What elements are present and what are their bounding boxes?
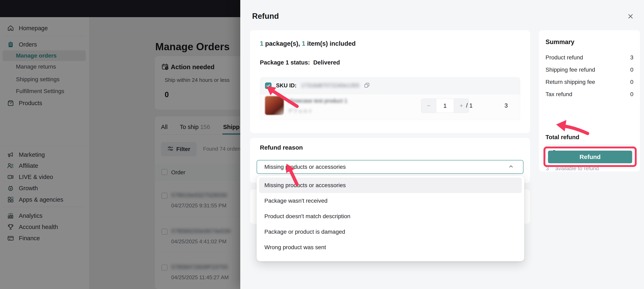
summary-row: Shipping fee refund 0 [546, 66, 634, 73]
sku-checkbox[interactable] [265, 82, 272, 89]
screen: Homepage Orders Manage orders Manage ret… [0, 0, 644, 289]
summary-row: Return shipping fee 0 [546, 78, 634, 86]
summary-title: Summary [546, 38, 574, 46]
total-refund-label: Total refund [546, 134, 579, 141]
package-box: SKU ID: 17316d87072240e1355 showcase tes… [260, 77, 520, 120]
refund-button[interactable]: Refund [548, 151, 632, 163]
dropdown-option[interactable]: Product doesn't match description [259, 209, 522, 224]
refund-reason-dropdown: Missing products or accessories Package … [256, 176, 524, 261]
summary-row-label: Return shipping fee [546, 79, 595, 85]
dropdown-option[interactable]: Missing products or accessories [259, 178, 522, 193]
close-icon [627, 13, 634, 21]
refund-reason-select[interactable]: Missing products or accessories [256, 160, 524, 174]
quantity-decrease-button[interactable]: − [421, 99, 436, 113]
available-text: available to refund [555, 165, 599, 172]
package-status-line: Package 1 status: Delivered [260, 59, 340, 66]
refund-reason-selected: Missing products or accessories [264, 164, 508, 170]
sku-id-value: 17316d87072240e1355 [301, 82, 360, 89]
package-card: 1 package(s), 1 item(s) included Package… [250, 30, 530, 133]
package-status-label: Package 1 status: [260, 59, 310, 66]
package-status-value: Delivered [313, 59, 340, 66]
summary-row-value: 0 [630, 79, 634, 85]
summary-row: Tax refund 0 [546, 91, 634, 98]
chevron-up-icon [508, 163, 514, 170]
quantity-value[interactable]: 1 [436, 99, 454, 113]
dropdown-option[interactable]: Package wasn't received [259, 193, 522, 209]
package-count: 1 [260, 40, 263, 47]
summary-card: Summary Product refund 3 Shipping fee re… [539, 30, 640, 171]
item-count: 1 [302, 40, 305, 47]
summary-row-label: Shipping fee refund [546, 66, 595, 73]
quantity-total: / 1 [466, 102, 472, 109]
sku-header: SKU ID: 17316d87072240e1355 [260, 77, 520, 94]
summary-row-value: 0 [630, 66, 634, 73]
summary-row-label: Product refund [546, 54, 583, 61]
dropdown-option[interactable]: Package or product is damaged [259, 224, 522, 240]
modal-title: Refund [252, 12, 279, 21]
refund-modal: Refund 1 package(s), 1 item(s) included … [240, 0, 644, 289]
item-text: item(s) included [305, 40, 356, 47]
package-summary-line: 1 package(s), 1 item(s) included [260, 40, 356, 47]
product-name: showcase test product 1 [288, 98, 347, 104]
summary-row-value: 0 [630, 91, 634, 98]
available-to-refund: 3 available to refund [546, 165, 599, 172]
product-variant: デフォルト [288, 108, 313, 114]
item-refund-amount: 3 [504, 102, 508, 109]
summary-row-value: 3 [630, 54, 634, 61]
dropdown-option[interactable]: Wrong product was sent [259, 240, 522, 255]
package-text: package(s), [263, 40, 302, 47]
copy-icon[interactable] [364, 82, 370, 89]
quantity-stepper: − 1 + [421, 99, 469, 113]
summary-row: Product refund 3 [546, 54, 634, 61]
sku-id-label: SKU ID: [276, 82, 297, 89]
available-count: 3 [546, 165, 549, 172]
close-button[interactable] [625, 11, 636, 22]
refund-reason-label: Refund reason [260, 144, 303, 151]
summary-row-label: Tax refund [546, 91, 572, 98]
product-thumbnail [265, 96, 284, 115]
